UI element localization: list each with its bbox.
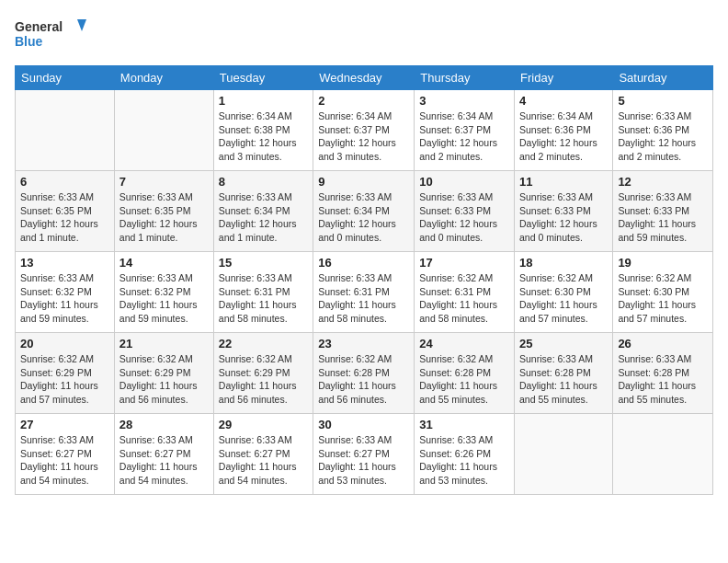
calendar-cell: 22Sunrise: 6:32 AM Sunset: 6:29 PM Dayli…	[213, 333, 313, 414]
weekday-header: Saturday	[613, 66, 713, 90]
weekday-header: Thursday	[415, 66, 515, 90]
day-info: Sunrise: 6:33 AM Sunset: 6:33 PM Dayligh…	[519, 190, 608, 245]
day-info: Sunrise: 6:34 AM Sunset: 6:37 PM Dayligh…	[419, 109, 509, 164]
weekday-row: SundayMondayTuesdayWednesdayThursdayFrid…	[16, 66, 713, 90]
day-number: 21	[119, 337, 209, 350]
day-info: Sunrise: 6:33 AM Sunset: 6:27 PM Dayligh…	[20, 433, 109, 488]
calendar-cell: 20Sunrise: 6:32 AM Sunset: 6:29 PM Dayli…	[16, 333, 115, 414]
calendar-cell: 27Sunrise: 6:33 AM Sunset: 6:27 PM Dayli…	[16, 414, 115, 495]
svg-text:General: General	[15, 19, 63, 34]
day-number: 20	[20, 337, 109, 350]
day-number: 15	[219, 256, 308, 270]
day-info: Sunrise: 6:33 AM Sunset: 6:27 PM Dayligh…	[119, 433, 209, 488]
calendar-cell: 5Sunrise: 6:33 AM Sunset: 6:36 PM Daylig…	[613, 90, 713, 171]
page-header: General Blue	[15, 15, 713, 56]
calendar-cell: 23Sunrise: 6:32 AM Sunset: 6:28 PM Dayli…	[313, 333, 415, 414]
calendar-cell	[613, 414, 713, 495]
day-number: 24	[419, 337, 509, 350]
day-number: 6	[20, 175, 109, 189]
calendar-cell: 16Sunrise: 6:33 AM Sunset: 6:31 PM Dayli…	[313, 252, 415, 333]
day-number: 1	[219, 94, 308, 108]
day-info: Sunrise: 6:33 AM Sunset: 6:27 PM Dayligh…	[318, 433, 409, 488]
day-info: Sunrise: 6:32 AM Sunset: 6:28 PM Dayligh…	[419, 352, 509, 407]
calendar-cell: 21Sunrise: 6:32 AM Sunset: 6:29 PM Dayli…	[114, 333, 213, 414]
calendar-cell: 19Sunrise: 6:32 AM Sunset: 6:30 PM Dayli…	[613, 252, 713, 333]
day-info: Sunrise: 6:33 AM Sunset: 6:35 PM Dayligh…	[119, 190, 209, 245]
calendar-cell: 11Sunrise: 6:33 AM Sunset: 6:33 PM Dayli…	[515, 171, 613, 252]
day-info: Sunrise: 6:34 AM Sunset: 6:36 PM Dayligh…	[519, 109, 608, 164]
day-info: Sunrise: 6:32 AM Sunset: 6:29 PM Dayligh…	[119, 352, 209, 407]
day-info: Sunrise: 6:33 AM Sunset: 6:33 PM Dayligh…	[419, 190, 509, 245]
weekday-header: Monday	[114, 66, 213, 90]
calendar-cell: 9Sunrise: 6:33 AM Sunset: 6:34 PM Daylig…	[313, 171, 415, 252]
day-number: 12	[618, 175, 708, 189]
day-number: 17	[419, 256, 509, 270]
calendar-week-row: 27Sunrise: 6:33 AM Sunset: 6:27 PM Dayli…	[16, 414, 713, 495]
day-number: 5	[618, 94, 708, 108]
calendar-cell: 17Sunrise: 6:32 AM Sunset: 6:31 PM Dayli…	[415, 252, 515, 333]
calendar-cell: 28Sunrise: 6:33 AM Sunset: 6:27 PM Dayli…	[114, 414, 213, 495]
calendar-cell: 3Sunrise: 6:34 AM Sunset: 6:37 PM Daylig…	[415, 90, 515, 171]
day-number: 3	[419, 94, 509, 108]
day-number: 23	[318, 337, 409, 350]
day-number: 11	[519, 175, 608, 189]
day-number: 9	[318, 175, 409, 189]
day-number: 28	[119, 418, 209, 431]
weekday-header: Friday	[515, 66, 613, 90]
day-number: 13	[20, 256, 109, 270]
day-info: Sunrise: 6:32 AM Sunset: 6:28 PM Dayligh…	[318, 352, 409, 407]
calendar-header: SundayMondayTuesdayWednesdayThursdayFrid…	[16, 66, 713, 90]
day-number: 30	[318, 418, 409, 431]
day-info: Sunrise: 6:33 AM Sunset: 6:35 PM Dayligh…	[20, 190, 109, 245]
day-info: Sunrise: 6:33 AM Sunset: 6:36 PM Dayligh…	[618, 109, 708, 164]
day-info: Sunrise: 6:32 AM Sunset: 6:30 PM Dayligh…	[618, 271, 708, 326]
weekday-header: Sunday	[16, 66, 115, 90]
calendar-cell	[515, 414, 613, 495]
day-info: Sunrise: 6:32 AM Sunset: 6:30 PM Dayligh…	[519, 271, 608, 326]
calendar-cell: 31Sunrise: 6:33 AM Sunset: 6:26 PM Dayli…	[415, 414, 515, 495]
calendar-cell: 7Sunrise: 6:33 AM Sunset: 6:35 PM Daylig…	[114, 171, 213, 252]
calendar-table: SundayMondayTuesdayWednesdayThursdayFrid…	[15, 65, 713, 495]
calendar-cell: 14Sunrise: 6:33 AM Sunset: 6:32 PM Dayli…	[114, 252, 213, 333]
day-number: 31	[419, 418, 509, 431]
day-info: Sunrise: 6:33 AM Sunset: 6:28 PM Dayligh…	[618, 352, 708, 407]
calendar-cell: 4Sunrise: 6:34 AM Sunset: 6:36 PM Daylig…	[515, 90, 613, 171]
calendar-week-row: 6Sunrise: 6:33 AM Sunset: 6:35 PM Daylig…	[16, 171, 713, 252]
day-number: 2	[318, 94, 409, 108]
day-info: Sunrise: 6:32 AM Sunset: 6:29 PM Dayligh…	[20, 352, 109, 407]
day-number: 27	[20, 418, 109, 431]
weekday-header: Tuesday	[213, 66, 313, 90]
calendar-cell: 29Sunrise: 6:33 AM Sunset: 6:27 PM Dayli…	[213, 414, 313, 495]
calendar-cell: 8Sunrise: 6:33 AM Sunset: 6:34 PM Daylig…	[213, 171, 313, 252]
day-info: Sunrise: 6:34 AM Sunset: 6:37 PM Dayligh…	[318, 109, 409, 164]
day-info: Sunrise: 6:33 AM Sunset: 6:32 PM Dayligh…	[119, 271, 209, 326]
day-number: 29	[219, 418, 308, 431]
calendar-cell: 25Sunrise: 6:33 AM Sunset: 6:28 PM Dayli…	[515, 333, 613, 414]
day-number: 8	[219, 175, 308, 189]
calendar-week-row: 20Sunrise: 6:32 AM Sunset: 6:29 PM Dayli…	[16, 333, 713, 414]
calendar-cell: 12Sunrise: 6:33 AM Sunset: 6:33 PM Dayli…	[613, 171, 713, 252]
day-info: Sunrise: 6:33 AM Sunset: 6:26 PM Dayligh…	[419, 433, 509, 488]
day-number: 14	[119, 256, 209, 270]
calendar-cell: 2Sunrise: 6:34 AM Sunset: 6:37 PM Daylig…	[313, 90, 415, 171]
calendar-cell	[114, 90, 213, 171]
calendar-cell: 24Sunrise: 6:32 AM Sunset: 6:28 PM Dayli…	[415, 333, 515, 414]
calendar-cell: 18Sunrise: 6:32 AM Sunset: 6:30 PM Dayli…	[515, 252, 613, 333]
calendar-cell: 30Sunrise: 6:33 AM Sunset: 6:27 PM Dayli…	[313, 414, 415, 495]
calendar-cell: 26Sunrise: 6:33 AM Sunset: 6:28 PM Dayli…	[613, 333, 713, 414]
day-number: 7	[119, 175, 209, 189]
svg-marker-2	[77, 19, 86, 31]
logo: General Blue	[15, 15, 88, 56]
calendar-cell: 15Sunrise: 6:33 AM Sunset: 6:31 PM Dayli…	[213, 252, 313, 333]
day-number: 4	[519, 94, 608, 108]
calendar-cell: 13Sunrise: 6:33 AM Sunset: 6:32 PM Dayli…	[16, 252, 115, 333]
day-number: 16	[318, 256, 409, 270]
day-number: 25	[519, 337, 608, 350]
svg-text:Blue: Blue	[15, 34, 43, 49]
day-info: Sunrise: 6:32 AM Sunset: 6:31 PM Dayligh…	[419, 271, 509, 326]
day-number: 18	[519, 256, 608, 270]
day-info: Sunrise: 6:33 AM Sunset: 6:32 PM Dayligh…	[20, 271, 109, 326]
day-info: Sunrise: 6:33 AM Sunset: 6:34 PM Dayligh…	[219, 190, 308, 245]
day-number: 10	[419, 175, 509, 189]
calendar-cell: 6Sunrise: 6:33 AM Sunset: 6:35 PM Daylig…	[16, 171, 115, 252]
